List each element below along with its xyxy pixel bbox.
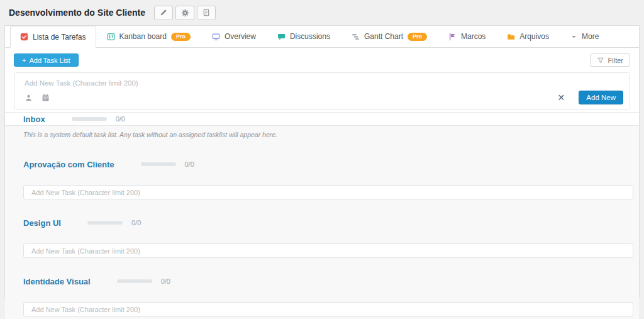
pro-badge: Pro [408,33,427,41]
section-add-task-input[interactable] [23,243,633,258]
gear-icon [181,9,189,17]
task-list-header: Identidade Visual 0/0 [5,274,639,288]
task-list-section-identidade-visual: Identidade Visual 0/0 [5,264,639,316]
edit-project-button[interactable] [154,6,173,20]
pro-badge: Pro [171,33,191,41]
gantt-icon [352,33,360,41]
task-list-header: Inbox 0/0 [5,112,639,126]
filter-button[interactable]: Filter [590,53,630,67]
tab-lista-de-tarefas[interactable]: Lista de Tarefas [10,26,96,48]
funnel-icon [597,57,604,64]
add-new-button[interactable]: Add New [579,91,623,104]
tab-discussions[interactable]: Discussions [268,26,340,47]
folder-icon [507,33,515,41]
task-list-title[interactable]: Aprovação com Cliente [23,160,114,169]
task-count: 0/0 [161,277,170,285]
new-task-form-actions: ✕ Add New [14,88,630,109]
task-count: 0/0 [131,219,141,227]
tab-overview[interactable]: Overview [203,26,265,47]
progress-bar [117,279,152,283]
tasklist-content: + Add Task List Filter ✕ Add New Inbox [5,48,639,319]
tab-gantt-chart[interactable]: Gantt Chart Pro [342,26,436,47]
project-panel: Lista de Tarefas Kanban board Pro Overvi… [4,25,640,298]
add-task-list-button[interactable]: + Add Task List [14,53,79,67]
progress-bar [72,117,107,121]
monitor-icon [212,33,220,41]
task-list-section-inbox: Inbox 0/0 This is a system default task … [5,112,639,147]
task-list-section-aprova-o-com-cliente: Aprovação com Cliente 0/0 [5,147,639,199]
tab-arquivos[interactable]: Arquivos [497,26,558,47]
progress-bar [141,162,176,166]
task-list-description: This is a system default task list. Any … [5,126,639,147]
tab-bar: Lista de Tarefas Kanban board Pro Overvi… [5,26,639,48]
project-settings-button[interactable] [175,6,194,20]
checklist-icon [20,33,28,41]
filter-label: Filter [608,57,623,64]
due-date-calendar-icon[interactable] [42,94,50,102]
task-count: 0/0 [185,160,194,168]
task-list-header: Design UI 0/0 [5,216,639,230]
new-task-input[interactable] [14,73,630,88]
close-icon[interactable]: ✕ [553,92,570,103]
project-header-actions [154,6,216,20]
project-notes-button[interactable] [197,6,216,20]
task-list-section-design-ui: Design UI 0/0 [5,206,639,258]
document-icon [203,9,210,16]
section-add-task-input[interactable] [23,302,633,316]
task-list-sections: Inbox 0/0 This is a system default task … [5,112,639,319]
chat-icon [277,33,286,41]
task-list-title[interactable]: Design UI [23,218,61,228]
assignee-user-icon[interactable] [25,94,33,102]
plus-icon: + [22,57,26,64]
add-task-list-label: Add Task List [29,57,70,64]
caret-down-icon [570,33,577,40]
task-list-header: Aprovação com Cliente 0/0 [5,157,639,171]
tasklist-toolbar: + Add Task List Filter [9,53,635,67]
tab-marcos[interactable]: Marcos [439,26,495,47]
tab-more[interactable]: More [561,26,608,47]
progress-bar [87,221,123,225]
flag-icon [448,33,457,41]
new-task-form: ✕ Add New [14,72,630,109]
pencil-icon [160,9,167,16]
section-add-task-input[interactable] [23,185,633,199]
task-list-title[interactable]: Identidade Visual [23,277,91,286]
tab-kanban-board[interactable]: Kanban board Pro [97,26,200,47]
task-list-title[interactable]: Inbox [23,115,45,124]
task-count: 0/0 [116,115,125,123]
project-header: Desenvolvimento do Site Cliente [0,0,644,25]
project-title: Desenvolvimento do Site Cliente [9,8,145,18]
kanban-icon [107,33,115,41]
